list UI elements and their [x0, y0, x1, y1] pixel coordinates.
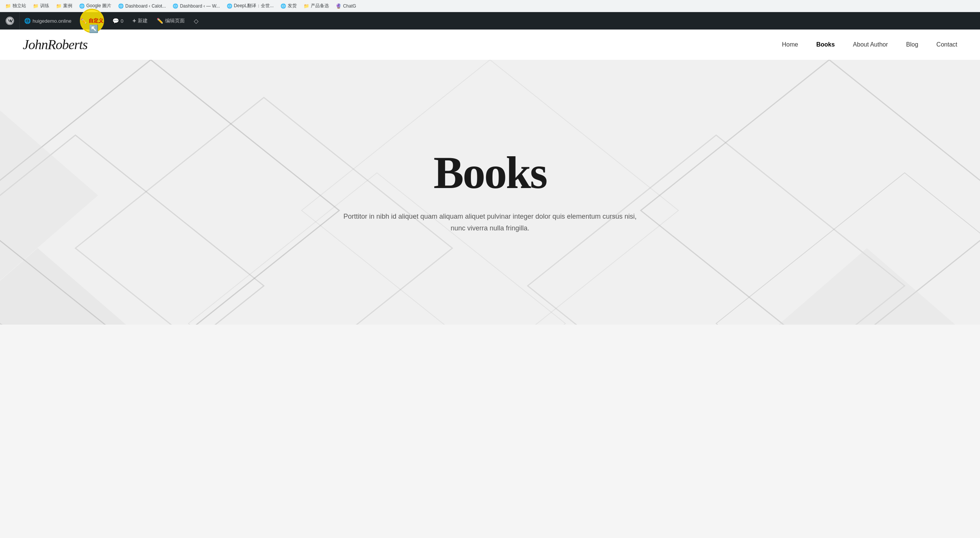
wp-admin-bar: 🌐 huigedemo.online ✏️ 自定义 ↖️ 💬 0 + 新建 ✏️…	[0, 12, 980, 30]
nav-item-books[interactable]: Books	[816, 41, 835, 48]
diamond-icon: ◇	[194, 17, 198, 25]
bookmark-dashboard1[interactable]: 🌐 Dashboard ‹ Calot...	[116, 3, 168, 10]
bookmark-dashboard2[interactable]: 🌐 Dashboard ‹ — W...	[170, 3, 222, 10]
bookmarks-bar: 📁 独立站 📁 训练 📁 案例 🌐 Google 圖片 🌐 Dashboard …	[0, 0, 980, 12]
edit-icon: ✏️	[157, 18, 163, 24]
bookmark-label: Dashboard ‹ Calot...	[125, 3, 166, 9]
edit-label: 编辑页面	[165, 17, 185, 24]
hero-title: Books	[339, 150, 641, 195]
globe-icon: 🌐	[227, 3, 232, 9]
site-wrapper: JohnRoberts Home Books About Author Blog…	[0, 30, 980, 538]
bookmark-案例[interactable]: 📁 案例	[54, 2, 75, 10]
new-label: 新建	[138, 17, 148, 24]
bookmark-google[interactable]: 🌐 Google 圖片	[77, 2, 113, 10]
bookmark-chatg[interactable]: 🔮 ChatG	[334, 3, 358, 10]
cursor-icon: ↖️	[89, 24, 99, 33]
globe-icon: 🌐	[280, 3, 286, 9]
bookmark-label: Dashboard ‹ — W...	[180, 3, 220, 9]
bookmark-label: 独立站	[13, 3, 26, 9]
folder-icon: 📁	[33, 3, 38, 9]
bookmark-label: 案例	[63, 3, 72, 9]
globe-icon: 🌐	[79, 3, 85, 9]
pencil-icon: ✏️	[81, 18, 87, 24]
folder-icon: 📁	[5, 3, 11, 9]
globe-icon: 🌐	[24, 18, 31, 24]
globe-icon: 🌐	[118, 3, 124, 9]
admin-bar-diamond[interactable]: ◇	[189, 12, 203, 30]
svg-marker-14	[754, 248, 980, 325]
admin-bar-comments[interactable]: 💬 0	[108, 12, 128, 30]
folder-icon: 📁	[56, 3, 62, 9]
bookmark-label: DeepL翻译：全世...	[234, 3, 274, 9]
admin-bar-items: 🌐 huigedemo.online ✏️ 自定义 ↖️ 💬 0 + 新建 ✏️…	[20, 12, 980, 30]
customize-label: 自定义	[89, 17, 103, 24]
bookmark-发货[interactable]: 🌐 发货	[278, 2, 299, 10]
logo-text: JohnRoberts	[23, 37, 88, 52]
bookmark-label: 训练	[40, 3, 49, 9]
site-nav: Home Books About Author Blog Contact	[782, 41, 957, 48]
site-logo: JohnRoberts	[23, 37, 88, 52]
site-name-label: huigedemo.online	[33, 18, 72, 24]
hero-subtitle: Porttitor in nibh id aliquet quam aliqua…	[339, 211, 641, 234]
hero-content: Books Porttitor in nibh id aliquet quam …	[331, 127, 649, 257]
hero-section: Books Porttitor in nibh id aliquet quam …	[0, 60, 980, 325]
comment-icon: 💬	[113, 18, 119, 24]
wp-logo[interactable]	[0, 12, 20, 30]
nav-item-home[interactable]: Home	[782, 41, 798, 48]
bookmark-deepl[interactable]: 🌐 DeepL翻译：全世...	[224, 2, 276, 10]
bookmark-label: 产品备选	[311, 3, 329, 9]
chatg-icon: 🔮	[336, 3, 341, 9]
nav-item-blog[interactable]: Blog	[906, 41, 918, 48]
bookmark-label: Google 圖片	[86, 3, 111, 9]
plus-icon: +	[132, 17, 136, 24]
admin-bar-site[interactable]: 🌐 huigedemo.online	[20, 12, 76, 30]
admin-bar-edit[interactable]: ✏️ 编辑页面	[152, 12, 189, 30]
bookmark-独立站[interactable]: 📁 独立站	[3, 2, 29, 10]
nav-item-contact[interactable]: Contact	[937, 41, 957, 48]
globe-icon: 🌐	[173, 3, 178, 9]
bookmark-label: ChatG	[343, 3, 356, 9]
folder-icon: 📁	[304, 3, 309, 9]
nav-item-about[interactable]: About Author	[853, 41, 888, 48]
bookmark-训练[interactable]: 📁 训练	[31, 2, 51, 10]
comment-count: 0	[121, 18, 123, 24]
admin-bar-new[interactable]: + 新建	[128, 12, 152, 30]
customize-button[interactable]: ✏️ 自定义 ↖️	[76, 12, 108, 30]
bookmark-产品备选[interactable]: 📁 产品备选	[301, 2, 331, 10]
bookmark-label: 发货	[288, 3, 297, 9]
site-header: JohnRoberts Home Books About Author Blog…	[0, 30, 980, 60]
